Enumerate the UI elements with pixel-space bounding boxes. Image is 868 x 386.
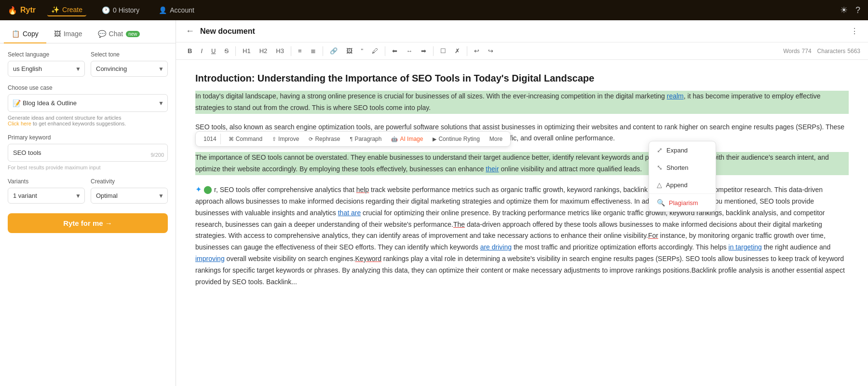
context-paragraph-label: Paragraph	[354, 136, 381, 142]
toolbar-strikethrough[interactable]: S	[220, 45, 232, 56]
toolbar-ordered-list[interactable]: ≣	[307, 45, 320, 56]
document-more-button[interactable]: ⋮	[851, 27, 858, 36]
toolbar-redo[interactable]: ↪	[484, 45, 497, 56]
toolbar-bold[interactable]: B	[184, 45, 196, 56]
context-continue-ryting[interactable]: ▶ Continue Ryting	[429, 134, 483, 144]
toolbar-align-left[interactable]: ⬅	[388, 45, 401, 56]
nav-item-history[interactable]: 🕐 0 History	[98, 4, 143, 16]
chat-tab-badge: new	[126, 31, 139, 37]
toolbar-highlight[interactable]: 🖊	[368, 45, 382, 56]
tab-image[interactable]: 🖼 Image	[46, 25, 90, 43]
creativity-select[interactable]: Optimal	[91, 188, 168, 204]
theme-icon[interactable]: ☀	[840, 5, 848, 15]
chat-tab-icon: 💬	[98, 30, 106, 38]
sidebar-tabs: 📋 Copy 🖼 Image 💬 Chat new	[0, 20, 176, 43]
tone-group: Select tone Convincing ▼	[91, 51, 168, 77]
their-link[interactable]: their	[486, 165, 499, 173]
ryte-button[interactable]: Ryte for me →	[8, 213, 168, 233]
logo[interactable]: 🔥 Rytr	[8, 6, 36, 15]
toolbar-quote[interactable]: "	[357, 45, 367, 56]
chars-count: 5663	[847, 48, 860, 55]
toolbar-clear[interactable]: ✗	[451, 45, 464, 56]
dropdown-append[interactable]: △ Append	[649, 176, 716, 193]
use-case-select-wrapper: 📝 Blog Idea & Outline ▼	[8, 94, 168, 112]
ai-icons: ✦ ⬤	[195, 183, 212, 196]
context-rephrase[interactable]: ⟳ Rephrase	[305, 134, 344, 144]
more-dropdown-menu: ⤢ Expand ⤡ Shorten △ Append 🔍 Plagiarism	[649, 141, 716, 212]
editor-content-area[interactable]: Introduction: Understanding the Importan…	[176, 60, 868, 386]
dropdown-shorten[interactable]: ⤡ Shorten	[649, 159, 716, 176]
document-title[interactable]: New document	[200, 27, 255, 36]
logo-text: Rytr	[20, 6, 36, 14]
tone-select[interactable]: Convincing	[91, 61, 168, 77]
toolbar-underline[interactable]: U	[207, 45, 219, 56]
ai-icon-blue: ✦	[195, 183, 202, 196]
dropdown-expand[interactable]: ⤢ Expand	[649, 141, 716, 159]
language-group: Select language us English ▼	[8, 51, 85, 77]
context-more[interactable]: More	[486, 134, 506, 144]
variants-select[interactable]: 1 variant	[8, 188, 85, 204]
help-icon[interactable]: ?	[855, 5, 860, 15]
image-tab-icon: 🖼	[54, 30, 61, 38]
tab-copy[interactable]: 📋 Copy	[4, 25, 46, 43]
toolbar-h2[interactable]: H2	[256, 45, 271, 56]
chat-tab-label: Chat	[109, 30, 123, 38]
toolbar-link[interactable]: 🔗	[326, 45, 341, 56]
context-command[interactable]: ⌘ Command	[225, 134, 266, 144]
dropdown-plagiarism[interactable]: 🔍 Plagiarism	[649, 193, 716, 211]
toolbar-image[interactable]: 🖼	[342, 45, 356, 56]
back-button[interactable]: ←	[186, 26, 194, 36]
toolbar-align-center[interactable]: ↔	[402, 45, 416, 56]
content-area: ← New document ⋮ B I U S H1 H2 H3 ≡ ≣ 🔗 …	[176, 20, 868, 386]
toolbar-table[interactable]: ☐	[436, 45, 450, 56]
variants-label: Variants	[8, 178, 85, 185]
ai-icon-green: ⬤	[203, 183, 212, 196]
keyword-input-wrapper: 9/200	[8, 144, 168, 162]
command-icon: ⌘	[229, 136, 234, 142]
in-targeting-link[interactable]: in targeting	[729, 243, 762, 251]
document-header: ← New document ⋮	[176, 20, 868, 42]
copy-tab-label: Copy	[23, 30, 39, 38]
language-select[interactable]: us English	[8, 61, 85, 77]
shorten-label: Shorten	[666, 164, 689, 171]
context-rephrase-label: Rephrase	[315, 136, 340, 142]
context-ai-image[interactable]: 🤖 AI Image	[387, 134, 427, 144]
context-paragraph[interactable]: ¶ Paragraph	[346, 134, 385, 144]
nav-create-label: Create	[62, 6, 82, 14]
use-case-icon: 📝	[13, 99, 21, 107]
toolbar-divider-6	[467, 46, 467, 56]
nav-item-account[interactable]: 👤 Account	[155, 4, 198, 16]
variants-group: Variants 1 variant ▼	[8, 178, 85, 204]
paragraph-icon: ¶	[350, 136, 353, 142]
for-word: For	[648, 232, 658, 239]
document-heading: Introduction: Understanding the Importan…	[195, 71, 849, 85]
rephrase-icon: ⟳	[309, 136, 313, 142]
context-improve[interactable]: ⇧ Improve	[268, 134, 303, 144]
plagiarism-icon: 🔍	[657, 199, 665, 207]
that-are-link[interactable]: that are	[338, 209, 361, 217]
use-case-keyword-link[interactable]: Click here	[8, 121, 31, 126]
toolbar-h3[interactable]: H3	[272, 45, 288, 56]
toolbar-unordered-list[interactable]: ≡	[294, 45, 306, 56]
toolbar-h1[interactable]: H1	[239, 45, 255, 56]
chars-label: Characters	[817, 48, 846, 55]
toolbar-stats: Words 774 Characters 5663	[783, 48, 860, 55]
tab-chat[interactable]: 💬 Chat new	[90, 25, 148, 43]
append-icon: △	[657, 181, 662, 189]
paragraph-3: The importance of SEO tools cannot be ov…	[195, 152, 849, 175]
context-command-label: Command	[236, 136, 262, 142]
context-word-count: 1014	[200, 134, 221, 144]
ai-image-icon: 🤖	[391, 136, 398, 142]
keyword-input[interactable]	[8, 144, 168, 162]
history-icon: 🕐	[102, 6, 110, 14]
continue-icon: ▶	[433, 136, 436, 142]
toolbar-undo[interactable]: ↩	[470, 45, 483, 56]
nav-item-create[interactable]: ✨ Create	[47, 4, 86, 16]
use-case-select[interactable]: Blog Idea & Outline	[8, 94, 168, 112]
are-driving-link[interactable]: are driving	[480, 243, 512, 251]
improving-link[interactable]: improving	[195, 255, 225, 262]
toolbar-align-right[interactable]: ➡	[417, 45, 430, 56]
toolbar-italic[interactable]: I	[197, 45, 206, 56]
context-more-label: More	[489, 136, 502, 142]
realm-link[interactable]: realm	[667, 92, 684, 100]
